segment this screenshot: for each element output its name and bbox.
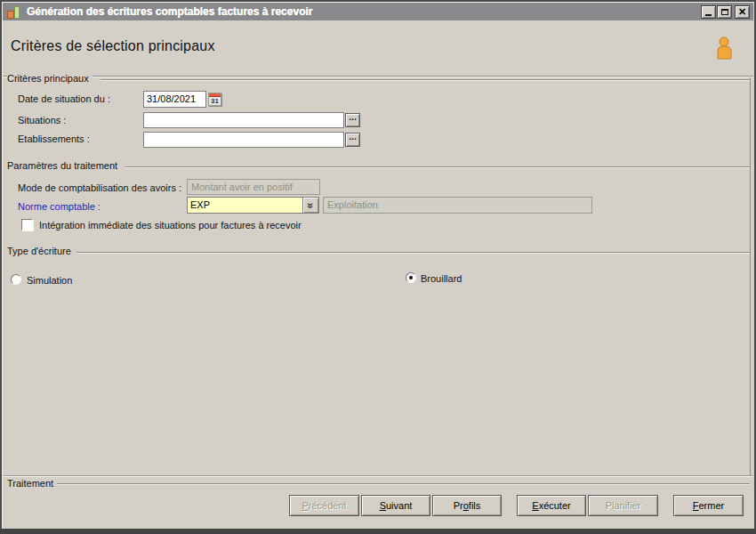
minimize-icon	[705, 14, 712, 16]
radio-dot	[409, 276, 413, 279]
group-label-criteres: Critères principaux	[7, 73, 92, 84]
norme-comptable-combo[interactable]: EXP »	[187, 197, 319, 214]
situations-browse-button[interactable]: ...	[345, 113, 360, 127]
window-frame-bottom	[0, 529, 756, 534]
date-input[interactable]: 31/08/2021	[143, 91, 206, 108]
radio-brouillard-label[interactable]: Brouillard	[421, 273, 462, 284]
page-title: Critères de sélection principaux	[11, 38, 215, 54]
precedent-button[interactable]: Précédent	[289, 495, 359, 516]
minimize-button[interactable]	[701, 5, 716, 19]
group-line-criteres	[101, 79, 750, 81]
integration-checkbox[interactable]	[21, 219, 33, 231]
group-line-traitement	[57, 483, 750, 485]
user-icon	[715, 36, 735, 63]
window-controls: ✕	[700, 5, 750, 19]
norme-comptable-value: EXP	[190, 199, 210, 210]
close-button[interactable]: ✕	[735, 5, 750, 19]
group-label-traitement: Traitement	[7, 478, 57, 489]
suivant-button[interactable]: Suivant	[361, 495, 430, 516]
mode-avoirs-field: Montant avoir en positif	[187, 179, 320, 195]
group-label-type-ecriture: Type d'écriture	[7, 246, 75, 256]
planifier-button[interactable]: Planifier	[588, 495, 658, 516]
fermer-button[interactable]: Fermer	[673, 495, 744, 516]
ellipsis-icon: ...	[349, 134, 356, 141]
header-divider	[3, 76, 753, 77]
radio-simulation-label[interactable]: Simulation	[27, 275, 72, 286]
close-icon: ✕	[738, 7, 746, 17]
norme-dropdown-button[interactable]: »	[302, 198, 318, 213]
radio-brouillard[interactable]	[406, 272, 416, 283]
group-label-parametres: Paramètres du traitement	[7, 160, 121, 171]
dialog-window: Génération des écritures comptables fact…	[0, 0, 756, 534]
app-icon-green-bar	[14, 6, 20, 19]
profils-button[interactable]: Profils	[432, 495, 502, 516]
situations-input[interactable]	[143, 112, 344, 128]
executer-button[interactable]: Exécuter	[517, 495, 586, 516]
situations-label: Situations :	[18, 115, 66, 125]
group-line-parametres	[125, 166, 750, 168]
calendar-icon: 31	[209, 97, 221, 105]
window-title: Génération des écritures comptables fact…	[27, 5, 312, 18]
etablissements-label: Etablissements :	[18, 134, 90, 144]
maximize-button[interactable]	[717, 5, 732, 19]
calendar-button[interactable]: 31	[208, 93, 221, 106]
maximize-icon	[721, 9, 728, 15]
app-icon-orange-bar	[7, 11, 14, 19]
date-label: Date de situation du :	[18, 93, 110, 104]
etablissements-browse-button[interactable]: ...	[345, 133, 360, 147]
app-icon	[7, 5, 21, 19]
norme-description-field: Exploitation	[323, 197, 592, 214]
group-line-type-ecriture	[76, 252, 750, 254]
chevron-down-icon: »	[306, 202, 317, 208]
panel-right-border	[750, 77, 751, 476]
panel-bottom-border	[3, 475, 753, 477]
ellipsis-icon: ...	[349, 114, 356, 121]
radio-simulation[interactable]	[11, 274, 21, 285]
norme-comptable-label: Norme comptable :	[18, 201, 101, 212]
integration-checkbox-label[interactable]: Intégration immédiate des situations pou…	[39, 220, 302, 231]
mode-avoirs-label: Mode de comptabilisation des avoirs :	[18, 182, 181, 193]
title-bar[interactable]: Génération des écritures comptables fact…	[3, 3, 753, 20]
etablissements-input[interactable]	[143, 132, 344, 148]
